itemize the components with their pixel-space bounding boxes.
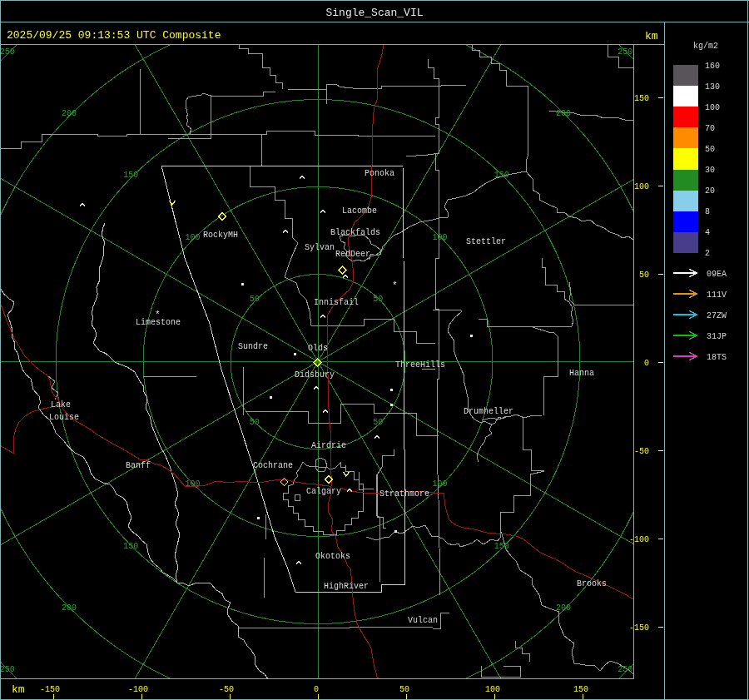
svg-text:100: 100: [705, 103, 720, 112]
svg-text:150: 150: [494, 171, 509, 180]
svg-text:Okotoks: Okotoks: [315, 552, 350, 561]
svg-text:50: 50: [250, 295, 260, 304]
svg-text:Lacombe: Lacombe: [342, 206, 377, 216]
svg-text:Sundre: Sundre: [238, 342, 268, 351]
svg-text:150: 150: [123, 171, 138, 180]
svg-text:Sylvan: Sylvan: [305, 243, 335, 252]
svg-text:100: 100: [432, 233, 447, 242]
svg-text:kg/m2: kg/m2: [693, 42, 718, 51]
svg-text:Hanna: Hanna: [569, 369, 594, 378]
svg-text:50: 50: [705, 145, 715, 154]
svg-text:100: 100: [485, 685, 500, 694]
svg-text:150: 150: [123, 542, 138, 551]
svg-text:50: 50: [250, 418, 260, 427]
svg-text:160: 160: [705, 62, 720, 71]
svg-text:Calgary: Calgary: [306, 487, 341, 496]
svg-text:Vulcan: Vulcan: [408, 616, 438, 625]
svg-text:111V: 111V: [707, 290, 727, 300]
svg-text:0: 0: [644, 359, 649, 368]
svg-text:8: 8: [705, 207, 710, 216]
svg-text:km: km: [645, 30, 658, 42]
svg-text:2: 2: [705, 249, 710, 258]
svg-text:-50: -50: [219, 685, 234, 694]
svg-text:Airdrie: Airdrie: [311, 441, 346, 450]
svg-text:km: km: [12, 683, 25, 696]
svg-text:Didsbury: Didsbury: [295, 370, 335, 380]
svg-text:Olds: Olds: [308, 344, 328, 353]
svg-text:130: 130: [705, 82, 720, 92]
svg-text:250: 250: [0, 47, 15, 57]
svg-text:30: 30: [705, 166, 715, 175]
svg-text:200: 200: [556, 109, 571, 118]
svg-text:150: 150: [494, 542, 509, 551]
svg-text:200: 200: [62, 603, 77, 613]
svg-text:Banff: Banff: [126, 461, 151, 470]
svg-text:Blackfalds: Blackfalds: [330, 228, 380, 237]
svg-text:Cochrane: Cochrane: [253, 461, 293, 470]
svg-text:150: 150: [634, 94, 649, 103]
svg-text:*: *: [392, 280, 398, 290]
svg-text:RedDeer: RedDeer: [335, 250, 370, 259]
svg-text:*: *: [155, 310, 161, 320]
svg-text:31JP: 31JP: [707, 332, 727, 341]
svg-text:20: 20: [705, 186, 715, 196]
svg-text:Strathmore: Strathmore: [379, 489, 429, 499]
svg-text:100: 100: [432, 479, 447, 489]
svg-text:50: 50: [373, 418, 383, 427]
svg-text:4: 4: [705, 228, 710, 237]
svg-text:-100: -100: [128, 685, 148, 694]
svg-text:-50: -50: [634, 447, 649, 456]
svg-text:250: 250: [0, 665, 15, 674]
svg-text:Ponoka: Ponoka: [365, 169, 394, 178]
svg-text:Innisfail: Innisfail: [314, 298, 359, 307]
svg-text:HighRiver: HighRiver: [324, 582, 369, 591]
svg-text:Stettler: Stettler: [466, 237, 506, 246]
svg-text:09EA: 09EA: [707, 270, 727, 279]
svg-text:250: 250: [618, 47, 632, 57]
svg-text:-150: -150: [629, 623, 649, 633]
svg-text:27ZW: 27ZW: [707, 311, 727, 320]
svg-text:50: 50: [399, 685, 409, 694]
svg-text:RockyMH: RockyMH: [203, 231, 238, 240]
svg-text:Lake: Lake: [51, 400, 71, 410]
svg-text:250: 250: [618, 665, 632, 674]
svg-text:50: 50: [639, 271, 649, 280]
svg-text:ThreeHills: ThreeHills: [395, 360, 445, 370]
svg-text:70: 70: [705, 124, 715, 133]
svg-text:Brooks: Brooks: [577, 579, 607, 588]
svg-text:200: 200: [556, 603, 571, 613]
svg-text:150: 150: [573, 685, 588, 694]
svg-text:18TS: 18TS: [707, 353, 727, 362]
svg-text:100: 100: [185, 233, 200, 242]
svg-text:Drumheller: Drumheller: [464, 407, 513, 416]
svg-text:200: 200: [62, 109, 77, 118]
svg-text:-100: -100: [629, 535, 649, 544]
svg-text:0: 0: [314, 685, 319, 694]
svg-text:100: 100: [634, 182, 649, 191]
svg-text:50: 50: [373, 295, 383, 304]
svg-text:2025/09/25 09:13:53 UTC Compos: 2025/09/25 09:13:53 UTC Composite: [7, 29, 221, 42]
svg-text:Louise: Louise: [49, 413, 79, 422]
svg-text:100: 100: [185, 479, 200, 489]
svg-text:Single_Scan_VIL: Single_Scan_VIL: [325, 7, 423, 19]
svg-text:-150: -150: [40, 685, 60, 694]
